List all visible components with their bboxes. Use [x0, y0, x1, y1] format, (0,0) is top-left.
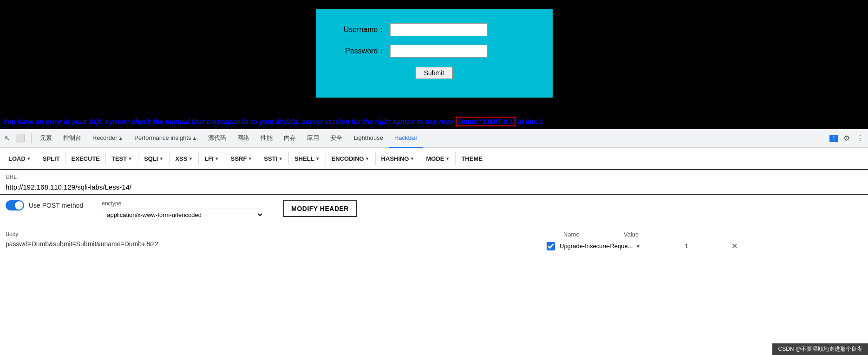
- lfi-arrow: ▼: [215, 156, 219, 161]
- more-icon[interactable]: ⋮: [855, 133, 865, 144]
- value-col-label: Value: [624, 231, 670, 238]
- password-row: Password：: [334, 45, 534, 58]
- header-column-labels: Name Value: [547, 231, 862, 238]
- divider-3: [105, 152, 106, 165]
- divider-11: [375, 152, 376, 165]
- sqli-arrow: ▼: [159, 156, 163, 161]
- test-button[interactable]: TEST ▼: [107, 152, 137, 165]
- post-method-label: Use POST method: [29, 202, 83, 209]
- divider-4: [138, 152, 138, 165]
- ssti-arrow: ▼: [278, 156, 283, 161]
- load-button[interactable]: LOAD ▼: [4, 152, 36, 165]
- username-input[interactable]: [390, 23, 488, 36]
- split-button[interactable]: SPLIT: [38, 152, 65, 165]
- hackbar-toolbar: LOAD ▼ SPLIT EXECUTE TEST ▼ SQLI ▼ XSS ▼…: [0, 148, 868, 170]
- divider-8: [258, 152, 258, 165]
- body-label: Body: [6, 231, 537, 237]
- username-label: Username：: [334, 25, 385, 35]
- encoding-arrow: ▼: [365, 156, 370, 161]
- devtools-icon-group: ↖ ⬜: [3, 133, 32, 144]
- header-item-0: Upgrade-Insecure-Reque... ▼ 1 ✕: [547, 242, 862, 250]
- devtools-right-controls: 1 ⚙ ⋮: [829, 133, 865, 144]
- tab-hackbar[interactable]: HackBar: [389, 129, 423, 148]
- divider-9: [288, 152, 289, 165]
- divider-2: [65, 152, 66, 165]
- header-checkbox-0[interactable]: [547, 242, 555, 250]
- tab-application[interactable]: 应用: [301, 129, 325, 148]
- divider-12: [420, 152, 420, 165]
- browser-content: Username： Password： Submit You have an e…: [0, 0, 868, 129]
- header-close-0[interactable]: ✕: [731, 242, 737, 250]
- tab-elements[interactable]: 元素: [34, 129, 58, 148]
- ssrf-button[interactable]: SSRF ▼: [226, 152, 257, 165]
- post-method-toggle[interactable]: [6, 200, 24, 210]
- body-section: Body passwd=Dumb&submit=Submit&uname=Dum…: [0, 227, 868, 254]
- submit-row: Submit: [334, 67, 534, 79]
- shell-arrow: ▼: [315, 156, 320, 161]
- xss-button[interactable]: XSS ▼: [170, 152, 197, 165]
- enctype-group: enctype application/x-www-form-urlencode…: [102, 200, 264, 221]
- tab-performance[interactable]: 性能: [255, 129, 278, 148]
- device-icon[interactable]: ⬜: [14, 133, 26, 144]
- options-row: Use POST method enctype application/x-ww…: [0, 195, 868, 227]
- url-label: URL: [6, 174, 862, 180]
- enctype-label: enctype: [102, 200, 264, 207]
- chat-badge[interactable]: 1: [829, 135, 838, 142]
- inspect-icon[interactable]: ↖: [3, 133, 12, 144]
- theme-button[interactable]: THEME: [457, 152, 487, 165]
- tab-security[interactable]: 安全: [325, 129, 348, 148]
- url-section: URL: [0, 170, 868, 195]
- password-input[interactable]: [390, 45, 488, 58]
- error-highlight: 'Dumb" LIMIT 0,1': [456, 117, 516, 126]
- divider-7: [225, 152, 225, 165]
- test-arrow: ▼: [128, 156, 132, 161]
- password-label: Password：: [334, 46, 385, 56]
- enctype-select[interactable]: application/x-www-form-urlencoded: [102, 209, 264, 221]
- execute-button[interactable]: EXECUTE: [67, 152, 104, 165]
- name-col-label: Name: [563, 231, 619, 238]
- body-left: Body passwd=Dumb&submit=Submit&uname=Dum…: [6, 231, 537, 248]
- divider-10: [326, 152, 326, 165]
- toggle-knob: [15, 201, 23, 210]
- xss-arrow: ▼: [188, 156, 193, 161]
- post-method-toggle-group: Use POST method: [6, 200, 83, 210]
- shell-button[interactable]: SHELL ▼: [290, 152, 325, 165]
- mode-button[interactable]: MODE ▼: [421, 152, 454, 165]
- tab-recorder[interactable]: Recorder ▲: [87, 129, 129, 148]
- encoding-button[interactable]: ENCODING ▼: [327, 152, 374, 165]
- tab-sources[interactable]: 源代码: [202, 129, 232, 148]
- tab-performance-insights[interactable]: Performance insights ▲: [129, 129, 202, 148]
- lfi-button[interactable]: LFI ▼: [200, 152, 223, 165]
- tab-console[interactable]: 控制台: [58, 129, 87, 148]
- sql-error-message: You have an error in your SQL syntax; ch…: [0, 114, 868, 129]
- divider-1: [37, 152, 37, 165]
- devtools-bar: ↖ ⬜ 元素 控制台 Recorder ▲ Performance insigh…: [0, 129, 868, 148]
- header-value-0: 1: [685, 243, 722, 250]
- ssrf-arrow: ▼: [248, 156, 252, 161]
- divider-5: [169, 152, 170, 165]
- devtools-tabs: 元素 控制台 Recorder ▲ Performance insights ▲…: [34, 129, 829, 148]
- enctype-select-wrap: application/x-www-form-urlencoded: [102, 209, 264, 221]
- url-input[interactable]: [6, 182, 862, 192]
- divider-6: [198, 152, 199, 165]
- ssti-button[interactable]: SSTI ▼: [259, 152, 287, 165]
- hashing-button[interactable]: HASHING ▼: [377, 152, 419, 165]
- submit-button[interactable]: Submit: [415, 67, 453, 79]
- error-text-end: at line 1: [516, 118, 543, 125]
- body-value: passwd=Dumb&submit=Submit&uname=Dumb+%22: [6, 240, 537, 248]
- header-name-0: Upgrade-Insecure-Reque... ▼: [560, 243, 680, 250]
- modify-header-button[interactable]: MODIFY HEADER: [283, 200, 357, 217]
- hackbar-body: URL Use POST method enctype application/…: [0, 170, 868, 254]
- headers-section: Name Value Upgrade-Insecure-Reque... ▼ 1…: [547, 231, 862, 250]
- mode-arrow: ▼: [445, 156, 450, 161]
- header-dropdown-arrow-0[interactable]: ▼: [636, 243, 641, 249]
- load-arrow: ▼: [26, 156, 31, 161]
- settings-icon[interactable]: ⚙: [842, 133, 851, 144]
- tab-lighthouse[interactable]: Lighthouse: [348, 129, 389, 148]
- login-box: Username： Password： Submit: [316, 9, 553, 98]
- hashing-arrow: ▼: [410, 156, 415, 161]
- tab-memory[interactable]: 内存: [278, 129, 301, 148]
- divider-13: [455, 152, 456, 165]
- sqli-button[interactable]: SQLI ▼: [139, 152, 168, 165]
- tab-network[interactable]: 网络: [232, 129, 255, 148]
